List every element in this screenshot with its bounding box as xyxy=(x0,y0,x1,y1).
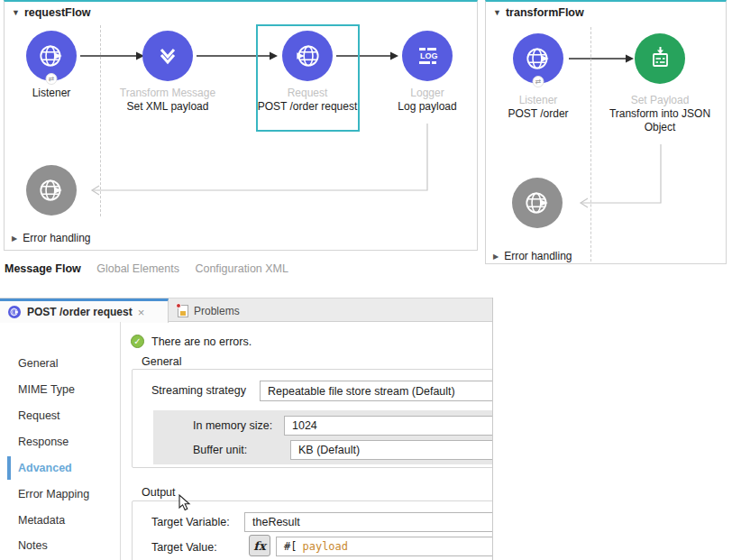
flow-lane-divider xyxy=(590,27,591,262)
tab-configuration-xml[interactable]: Configuration XML xyxy=(195,262,288,275)
logger-icon: LOG xyxy=(412,41,443,71)
expand-triangle-icon[interactable]: ▶ xyxy=(493,252,499,261)
sidebar-item-notes[interactable]: Notes xyxy=(18,539,48,554)
logger-node[interactable]: LOG xyxy=(402,31,453,81)
in-memory-size-input[interactable]: 1024 xyxy=(284,416,493,436)
error-handling-section[interactable]: ▶Error handling xyxy=(12,232,91,244)
tab-label: Problems xyxy=(194,305,240,317)
streaming-strategy-label: Streaming strategy xyxy=(151,384,246,397)
http-connector-icon xyxy=(8,306,21,318)
listener-node[interactable]: ⇄ xyxy=(26,31,77,81)
sidebar-item-request[interactable]: Request xyxy=(18,409,60,424)
listener-node[interactable]: ⇄ xyxy=(513,33,563,84)
collapse-triangle-icon[interactable]: ▼ xyxy=(12,8,20,17)
in-memory-size-label: In memory size: xyxy=(193,419,272,432)
target-variable-label: Target Variable: xyxy=(151,516,230,528)
streaming-strategy-select[interactable]: Repeatable file store stream (Default) xyxy=(260,381,493,401)
globe-icon xyxy=(36,41,67,71)
error-handling-section[interactable]: ▶Error handling xyxy=(493,250,572,262)
sidebar-item-metadata[interactable]: Metadata xyxy=(18,514,65,528)
status-text: There are no errors. xyxy=(151,335,252,348)
error-handler-node[interactable] xyxy=(512,178,563,228)
expression-prefix: #[ xyxy=(284,540,297,553)
flow-title-text: requestFlow xyxy=(24,6,91,19)
active-item-indicator xyxy=(7,456,11,480)
error-handler-node[interactable] xyxy=(26,165,77,216)
transform-flow-header: ▼transformFlow xyxy=(493,6,584,19)
anypoint-studio-window: ▼requestFlow ⇄ Listener xyxy=(0,0,732,560)
target-value-expression-input[interactable]: #[ payload xyxy=(276,537,493,556)
sidebar-divider xyxy=(120,322,121,560)
flow-title-text: transformFlow xyxy=(506,6,584,19)
request-flow-container: ▼requestFlow ⇄ Listener xyxy=(4,0,478,251)
tab-label: POST /order request xyxy=(27,306,133,318)
validation-status: ✓ There are no errors. xyxy=(131,335,252,348)
tab-message-flow[interactable]: Message Flow xyxy=(5,262,81,275)
listener-badge-icon: ⇄ xyxy=(46,73,58,85)
buffer-unit-select[interactable]: KB (Default) xyxy=(290,440,493,460)
svg-text:LOG: LOG xyxy=(420,51,438,60)
tab-post-order-request[interactable]: POST /order request × xyxy=(0,298,169,323)
tab-problems[interactable]: Problems xyxy=(169,298,254,323)
set-payload-icon xyxy=(645,43,675,74)
flow-lane-divider xyxy=(100,25,101,216)
problems-icon xyxy=(178,305,188,317)
listener-label: Listener xyxy=(0,87,110,100)
target-variable-input[interactable]: theResult xyxy=(244,512,493,532)
fx-expression-button[interactable]: fx xyxy=(249,535,270,556)
buffer-unit-label: Buffer unit: xyxy=(193,444,247,456)
panel-tab-bar: POST /order request × Problems xyxy=(0,298,493,322)
sidebar-item-mime-type[interactable]: MIME Type xyxy=(18,383,75,398)
globe-request-icon xyxy=(292,41,323,71)
sidebar-item-advanced[interactable]: Advanced xyxy=(18,462,72,476)
logger-label: Logger Log payload xyxy=(369,87,486,114)
set-payload-node[interactable] xyxy=(635,33,685,84)
request-flow-header: ▼requestFlow xyxy=(12,6,91,19)
expression-payload: payload xyxy=(302,540,348,553)
globe-icon xyxy=(523,43,554,74)
globe-error-icon xyxy=(36,175,67,206)
transform-flow-container: ▼transformFlow ⇄ Listener POST /order xyxy=(485,0,727,264)
expand-triangle-icon[interactable]: ▶ xyxy=(12,234,17,243)
sidebar-item-error-mapping[interactable]: Error Mapping xyxy=(18,488,89,502)
listener-label: Listener POST /order xyxy=(480,94,597,121)
output-section-title: Output xyxy=(142,486,176,499)
check-icon: ✓ xyxy=(131,335,144,348)
collapse-triangle-icon[interactable]: ▼ xyxy=(493,8,501,17)
globe-error-icon xyxy=(522,188,553,218)
target-value-label: Target Value: xyxy=(151,541,217,554)
sidebar-item-response[interactable]: Response xyxy=(18,436,69,450)
close-icon[interactable]: × xyxy=(138,306,145,319)
dataweave-icon xyxy=(153,41,182,70)
properties-panel: POST /order request × Problems General M… xyxy=(0,298,493,560)
transform-message-node[interactable] xyxy=(142,31,193,81)
http-request-node[interactable] xyxy=(282,31,333,81)
http-request-label: Request POST /order request xyxy=(249,87,366,114)
canvas-view-tabs: Message Flow Global Elements Configurati… xyxy=(5,262,301,275)
tab-global-elements[interactable]: Global Elements xyxy=(96,262,179,275)
sidebar-item-general[interactable]: General xyxy=(18,357,58,372)
general-section-title: General xyxy=(142,355,181,368)
set-payload-label: Set Payload Transform into JSON Object xyxy=(601,94,718,134)
listener-badge-icon: ⇄ xyxy=(533,76,544,87)
transform-message-label: Transform Message Set XML payload xyxy=(109,87,226,114)
